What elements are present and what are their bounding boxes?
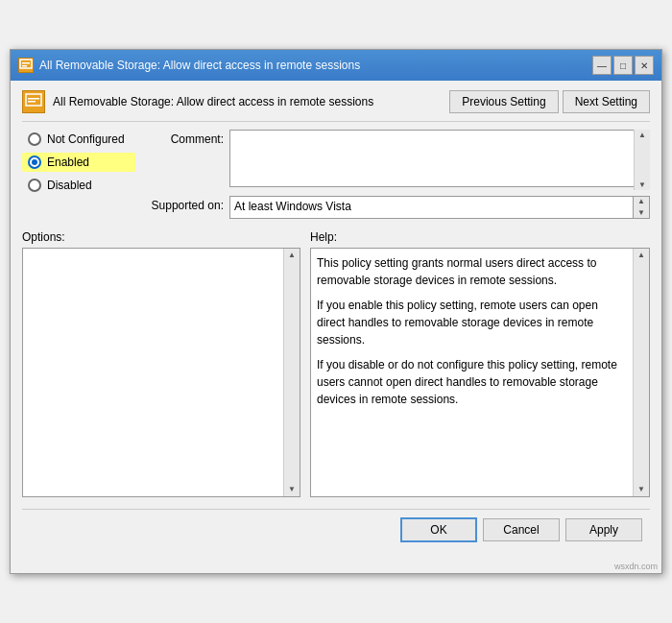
- radio-not-configured[interactable]: Not Configured: [22, 130, 135, 149]
- left-panel: Not Configured Enabled Disabled: [22, 130, 147, 219]
- help-text-2: If you enable this policy setting, remot…: [317, 297, 628, 348]
- main-window: All Removable Storage: Allow direct acce…: [10, 49, 662, 574]
- radio-enabled[interactable]: Enabled: [22, 153, 135, 172]
- cancel-button[interactable]: Cancel: [483, 518, 560, 541]
- comment-scrollbar: ▲ ▼: [634, 130, 650, 190]
- radio-input-not-configured[interactable]: [28, 132, 41, 146]
- help-scrollbar: ▲ ▼: [633, 249, 649, 496]
- comment-row: Comment: ▲ ▼: [147, 130, 650, 190]
- radio-label-not-configured: Not Configured: [47, 132, 125, 146]
- help-header: Help:: [310, 230, 650, 244]
- content-area: All Removable Storage: Allow direct acce…: [11, 81, 661, 560]
- help-box: This policy setting grants normal users …: [310, 248, 650, 497]
- radio-label-enabled: Enabled: [47, 156, 89, 169]
- window-icon: [18, 58, 34, 73]
- scroll-down-arrow[interactable]: ▼: [638, 180, 646, 189]
- comment-control: ▲ ▼: [229, 130, 650, 190]
- supported-label: Supported on:: [147, 196, 224, 212]
- radio-input-disabled[interactable]: [28, 179, 41, 192]
- header-left: All Removable Storage: Allow direct acce…: [22, 90, 373, 113]
- bottom-section: Options: ▲ ▼ Help: This policy setting g…: [22, 230, 650, 497]
- next-setting-button[interactable]: Next Setting: [563, 90, 650, 113]
- header-title: All Removable Storage: Allow direct acce…: [53, 95, 373, 108]
- minimize-button[interactable]: —: [592, 56, 612, 75]
- svg-rect-5: [28, 101, 36, 103]
- supported-scrollbar: ▲ ▼: [633, 197, 649, 218]
- svg-rect-3: [26, 94, 41, 106]
- policy-icon: [22, 90, 45, 113]
- options-scrollbar: ▲ ▼: [283, 249, 300, 496]
- options-box: ▲ ▼: [22, 248, 300, 497]
- comment-label: Comment:: [147, 130, 224, 146]
- options-scroll-up[interactable]: ▲: [288, 250, 296, 261]
- help-panel: Help: This policy setting grants normal …: [310, 230, 650, 497]
- footer-row: OK Cancel Apply: [22, 509, 650, 550]
- supported-select[interactable]: At least Windows Vista ▲ ▼: [229, 196, 650, 219]
- maximize-button[interactable]: □: [613, 56, 633, 75]
- options-scroll-down[interactable]: ▼: [288, 484, 296, 495]
- scroll-down-icon[interactable]: ▼: [637, 209, 645, 217]
- prev-setting-button[interactable]: Previous Setting: [449, 90, 558, 113]
- right-panel: Comment: ▲ ▼ Supported on: At least: [147, 130, 650, 219]
- supported-value: At least Windows Vista: [230, 197, 649, 218]
- close-button[interactable]: ✕: [635, 56, 654, 75]
- comment-textarea[interactable]: [229, 130, 650, 187]
- svg-rect-4: [28, 98, 39, 100]
- supported-control: At least Windows Vista ▲ ▼: [229, 196, 650, 219]
- scroll-up-icon[interactable]: ▲: [637, 198, 645, 205]
- scroll-up-arrow[interactable]: ▲: [638, 131, 646, 139]
- header-row: All Removable Storage: Allow direct acce…: [22, 90, 650, 122]
- svg-rect-1: [22, 62, 30, 64]
- ok-button[interactable]: OK: [400, 517, 477, 542]
- help-text-3: If you disable or do not configure this …: [317, 356, 628, 408]
- options-panel: Options: ▲ ▼: [22, 230, 300, 497]
- title-bar-left: All Removable Storage: Allow direct acce…: [18, 58, 360, 73]
- help-text-1: This policy setting grants normal users …: [317, 254, 628, 289]
- main-body: Not Configured Enabled Disabled Comment:: [22, 130, 650, 219]
- window-controls: — □ ✕: [592, 56, 654, 75]
- apply-button[interactable]: Apply: [565, 518, 642, 541]
- supported-row: Supported on: At least Windows Vista ▲ ▼: [147, 196, 650, 219]
- radio-input-enabled[interactable]: [28, 156, 41, 169]
- help-scroll-up[interactable]: ▲: [637, 250, 645, 261]
- window-title: All Removable Storage: Allow direct acce…: [39, 59, 360, 72]
- options-header: Options:: [22, 230, 300, 244]
- svg-rect-2: [22, 65, 27, 67]
- watermark: wsxdn.com: [11, 560, 661, 573]
- radio-disabled[interactable]: Disabled: [22, 176, 135, 195]
- header-buttons: Previous Setting Next Setting: [449, 90, 650, 113]
- title-bar: All Removable Storage: Allow direct acce…: [11, 50, 661, 81]
- radio-label-disabled: Disabled: [47, 179, 92, 192]
- help-scroll-down[interactable]: ▼: [637, 484, 645, 495]
